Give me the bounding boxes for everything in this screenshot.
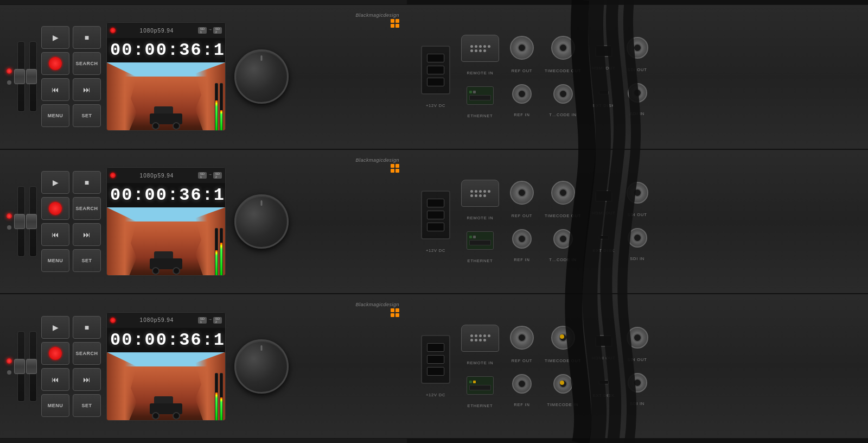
indicators-3 [7, 358, 12, 375]
jog-dial-2[interactable] [234, 194, 289, 249]
next-button-1[interactable]: ⏭ [73, 78, 101, 101]
device-2-front: ▶ ■ SEARCH ⏮ ⏭ MENU SET [0, 149, 407, 294]
stop-button-3[interactable]: ■ [73, 316, 101, 339]
video-preview-3 [107, 352, 225, 421]
set-button-1[interactable]: SET [73, 104, 101, 127]
power-section-1: +12V DC [421, 46, 450, 108]
record-button-1[interactable] [41, 52, 69, 75]
bmd-sq-10 [395, 308, 399, 312]
bmd-text-3: Blackmagicdesign [355, 302, 399, 307]
menu-button-3[interactable]: MENU [41, 394, 69, 417]
db9-pins-2 [467, 187, 494, 200]
vu-fill-right-2 [220, 243, 222, 276]
slider-track-2b[interactable] [29, 186, 37, 257]
sd1-icon-2: SD1 [198, 172, 207, 179]
vu-bar-left-1 [215, 83, 218, 131]
jog-mark-3 [261, 345, 263, 351]
vu-bar-left-2 [215, 228, 218, 276]
bmd-text-2: Blackmagicdesign [355, 157, 399, 163]
prev-button-1[interactable]: ⏮ [41, 78, 69, 101]
bnc-ref-out-2 [510, 181, 534, 205]
search-button-3[interactable]: SEARCH [73, 342, 101, 365]
jeep-3 [150, 401, 182, 420]
set-button-3[interactable]: SET [73, 394, 101, 417]
slider-track-3b[interactable] [29, 331, 37, 402]
bnc-ref-in-3 [512, 374, 532, 394]
prev-button-3[interactable]: ⏮ [41, 368, 69, 391]
play-button-1[interactable]: ▶ [41, 26, 69, 49]
bmd-logo-3: Blackmagicdesign [355, 302, 399, 317]
bmd-sq-1 [391, 19, 394, 23]
ref-out-section-2: REF OUT REF IN [510, 181, 534, 262]
led-gray-3 [7, 370, 11, 375]
menu-button-1[interactable]: MENU [41, 104, 69, 127]
db9-connector-3 [461, 325, 499, 352]
format-label-1: 1080p59.94 [140, 28, 174, 34]
ethernet-connector-3 [467, 376, 494, 395]
bnc-gold-3 [560, 334, 564, 339]
record-button-3[interactable] [41, 342, 69, 365]
slider-track-3a[interactable] [17, 331, 25, 402]
indicators-1 [7, 68, 12, 85]
remote-in-label-2: REMOTE IN [467, 216, 494, 220]
bnc-sdi-in-inner-3 [633, 378, 642, 387]
bnc-sdi-out-1 [627, 37, 648, 59]
device-3-front: ▶ ■ SEARCH ⏮ ⏭ MENU SET [0, 294, 407, 439]
format-label-2: 1080p59.94 [140, 173, 174, 179]
video-preview-2 [107, 207, 225, 276]
power-section-2: +12V DC [421, 191, 450, 253]
screen-header-1: 1080p59.94 SD1 → SD2 [107, 23, 225, 38]
ext-disk-port-2 [599, 235, 609, 239]
left-controls-1 [7, 41, 37, 112]
power-slot-bot-2 [427, 223, 444, 231]
sd2-icon-2: SD2 [213, 172, 222, 179]
power-slot-bot-1 [427, 78, 444, 86]
slider-track-2a[interactable] [17, 186, 25, 257]
timecode-in-label-1: T…CODE IN [549, 112, 577, 117]
slider-track-1a[interactable] [17, 41, 25, 112]
slider-track-1b[interactable] [29, 41, 37, 112]
vu-bar-right-2 [220, 228, 223, 276]
power-slot-bot-3 [427, 367, 444, 376]
sd-badge-2: SD1 → SD2 [198, 172, 222, 179]
next-button-3[interactable]: ⏭ [73, 368, 101, 391]
play-button-2[interactable]: ▶ [41, 171, 69, 194]
slider-thumb-1b [26, 69, 37, 84]
front-panels-section: ▶ ■ SEARCH ⏮ ⏭ MENU SET [0, 0, 407, 443]
prev-button-2[interactable]: ⏮ [41, 223, 69, 246]
next-button-2[interactable]: ⏭ [73, 223, 101, 246]
set-button-2[interactable]: SET [73, 249, 101, 272]
power-slot-top-1 [427, 54, 444, 62]
sdi-section-2: SDI OUT SDI IN [627, 182, 648, 261]
hdmi-out-section-3: HDMI OUT EXT DISK [592, 335, 615, 398]
sdi-in-label-2: SDI IN [630, 256, 644, 261]
search-button-2[interactable]: SEARCH [73, 197, 101, 220]
hdmi-out-label-2: HDMI OUT [592, 211, 615, 216]
timecode-in-label-3: TIMECODE IN [547, 402, 579, 407]
power-slot-top-3 [427, 343, 444, 352]
bmd-sq-12 [395, 313, 399, 317]
jog-dial-1[interactable] [234, 49, 289, 104]
bnc-timecode-in-3 [553, 374, 573, 394]
stop-button-2[interactable]: ■ [73, 171, 101, 194]
jeep-wheel-front-1 [173, 122, 180, 130]
sdi-out-label-1: SDI OUT [628, 67, 647, 72]
timecode-display-1: 00:00:36:11 [107, 38, 225, 62]
sdi-out-label-2: SDI OUT [628, 212, 647, 217]
play-button-3[interactable]: ▶ [41, 316, 69, 339]
sd1-icon: SD1 [198, 27, 207, 34]
display-screen-1: 1080p59.94 SD1 → SD2 00:00:36:11 [106, 22, 226, 131]
menu-button-2[interactable]: MENU [41, 249, 69, 272]
ext-disk-label-3: EXT DISK [593, 393, 615, 398]
vu-bar-right-1 [220, 83, 223, 131]
bnc-ref-out-1 [510, 36, 534, 60]
timecode-value-3: 00:00:36:11 [110, 330, 222, 350]
jog-dial-3[interactable] [234, 339, 289, 394]
bnc-timecode-out-inner-1 [559, 43, 567, 52]
power-connector-1 [421, 46, 450, 94]
bnc-ref-out-inner-2 [518, 188, 526, 197]
stop-button-1[interactable]: ■ [73, 26, 101, 49]
sd-badge-3: SD1 → SD2 [198, 317, 222, 324]
record-button-2[interactable] [41, 197, 69, 220]
search-button-1[interactable]: SEARCH [73, 52, 101, 75]
